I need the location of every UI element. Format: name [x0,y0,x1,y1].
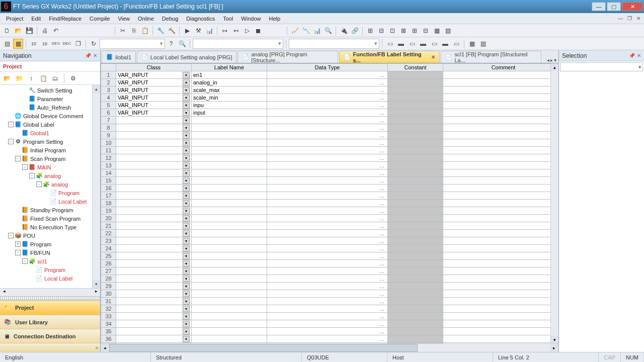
class-cell[interactable]: VAR_INPUT▾ [116,109,192,117]
datatype-cell[interactable]: … [267,298,388,305]
constant-cell[interactable] [388,154,443,162]
dec-icon[interactable]: DEC [62,39,72,49]
datatype-cell[interactable]: … [267,102,388,109]
class-cell[interactable]: VAR_INPUT▾ [116,71,192,79]
tree-node[interactable]: 📙Standby Program [1,206,100,214]
new-icon[interactable]: 🗋 [2,26,12,36]
label-cell[interactable] [192,298,267,305]
class-cell[interactable]: VAR_INPUT▾ [116,102,192,109]
collapse-icon[interactable]: 📁 [14,73,24,83]
run-icon[interactable]: ▷ [242,26,252,36]
datatype-cell[interactable]: … [267,169,388,177]
constant-cell[interactable] [388,169,443,177]
constant-cell[interactable] [388,305,443,313]
datatype-cell[interactable]: … [267,117,388,124]
label-cell[interactable] [192,343,267,344]
mdi-minimize-icon[interactable]: — [617,16,624,21]
row-number[interactable]: 3 [101,86,116,94]
monitor-icon[interactable]: 📊 [204,26,214,36]
menu-project[interactable]: Project [2,15,27,23]
tree-node[interactable]: 📘Parameter [1,95,100,103]
class-cell[interactable]: ▾ [116,139,192,147]
dropdown-icon[interactable]: ▾ [183,177,190,184]
row-number[interactable]: 13 [101,162,116,169]
close-panel-icon[interactable]: ✕ [637,53,641,58]
undo-icon[interactable]: ↶ [51,26,61,36]
constant-cell[interactable] [388,177,443,185]
dropdown-icon[interactable]: ▾ [183,230,190,237]
comment-cell[interactable] [443,283,551,290]
menu-compile[interactable]: Compile [86,15,114,23]
class-cell[interactable]: ▾ [116,200,192,207]
class-cell[interactable]: ▾ [116,177,192,185]
row-number[interactable]: 11 [101,147,116,154]
label-cell[interactable] [192,320,267,328]
compile-icon[interactable]: ▶ [182,26,192,36]
ellipsis-icon[interactable]: … [378,177,386,184]
grid-vscroll[interactable]: ▴▾ [550,63,558,343]
label-cell[interactable] [192,305,267,313]
row-number[interactable]: 4 [101,94,116,102]
dropdown-icon[interactable]: ▾ [183,328,190,335]
class-cell[interactable]: VAR_INPUT▾ [116,86,192,94]
label-cell[interactable] [192,169,267,177]
datatype-cell[interactable]: … [267,185,388,192]
label-cell[interactable] [192,252,267,260]
class-cell[interactable]: ▾ [116,124,192,132]
constant-cell[interactable] [388,117,443,124]
minimize-button[interactable]: — [592,2,606,11]
ellipsis-icon[interactable]: … [378,230,386,236]
print-icon[interactable]: 🖨 [40,26,50,36]
ladder-icon[interactable]: ⊡ [387,26,397,36]
datatype-cell[interactable]: … [267,237,388,245]
class-cell[interactable]: ▾ [116,313,192,320]
dropdown-icon[interactable]: ▾ [183,343,190,344]
ladder-icon[interactable]: ⊞ [365,26,375,36]
label-cell[interactable] [192,192,267,200]
comment-cell[interactable] [443,132,551,139]
row-number[interactable]: 22 [101,230,116,237]
comment-cell[interactable] [443,117,551,124]
comment-cell[interactable] [443,343,551,344]
ellipsis-icon[interactable]: … [378,185,386,191]
tile-icon[interactable]: ▤ [2,39,12,49]
datatype-cell[interactable]: … [267,109,388,117]
nav-button-project[interactable]: 📁 Project [0,301,100,315]
open-icon[interactable]: 📂 [13,26,23,36]
label-cell[interactable]: input [192,109,267,117]
find-icon[interactable]: 🔍 [177,39,187,49]
help-icon[interactable]: ? [166,39,176,49]
datatype-cell[interactable]: … [267,260,388,267]
maximize-button[interactable]: ▢ [607,2,621,11]
chart-icon[interactable]: 📊 [312,26,322,36]
block-icon[interactable]: ▬ [418,39,428,49]
label-cell[interactable] [192,154,267,162]
class-cell[interactable]: ▾ [116,283,192,290]
constant-cell[interactable] [388,102,443,109]
class-cell[interactable]: ▾ [116,305,192,313]
datatype-cell[interactable]: … [267,71,388,79]
block-icon[interactable]: ▭ [429,39,439,49]
label-cell[interactable]: analog_in [192,79,267,86]
dev-icon[interactable]: DEV [51,39,61,49]
label-cell[interactable] [192,162,267,169]
word-icon[interactable]: 10 [29,39,39,49]
ellipsis-icon[interactable]: … [378,268,386,274]
comment-cell[interactable] [443,298,551,305]
dropdown-icon[interactable]: ▾ [183,208,190,214]
row-number[interactable]: 26 [101,260,116,267]
menu-diagnostics[interactable]: Diagnostics [182,15,219,23]
ellipsis-icon[interactable]: … [378,72,386,78]
dropdown-icon[interactable]: ▾ [183,306,190,312]
constant-cell[interactable] [388,230,443,237]
props-icon[interactable]: 📋 [38,73,48,83]
comment-cell[interactable] [443,192,551,200]
constant-cell[interactable] [388,252,443,260]
tree-node[interactable]: 📙No Execution Type [1,223,100,231]
dropdown-icon[interactable]: ▾ [183,260,190,267]
ellipsis-icon[interactable]: … [378,102,386,108]
constant-cell[interactable] [388,267,443,275]
mdi-restore-icon[interactable]: ❐ [626,16,633,21]
row-number[interactable]: 36 [101,335,116,343]
row-number[interactable]: 6 [101,109,116,117]
